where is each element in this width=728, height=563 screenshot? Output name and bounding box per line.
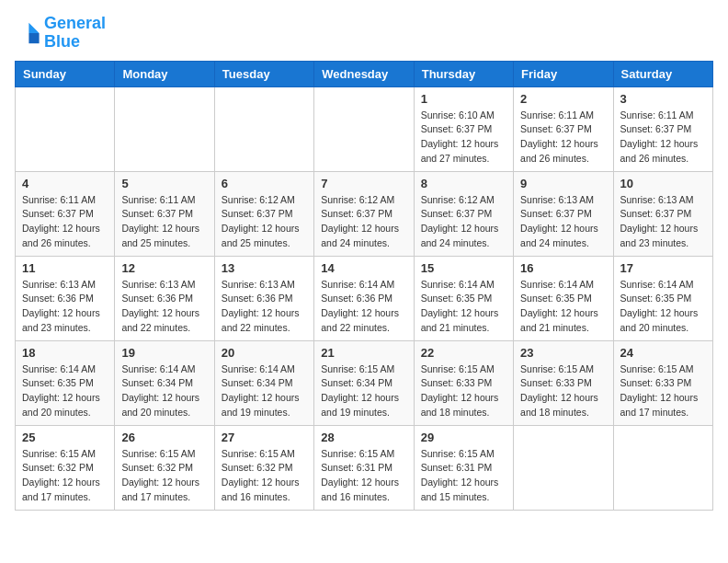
day-number: 15: [421, 261, 506, 275]
calendar-header-saturday: Saturday: [613, 61, 712, 86]
day-number: 4: [22, 177, 108, 190]
calendar-table: SundayMondayTuesdayWednesdayThursdayFrid…: [15, 61, 713, 511]
day-number: 13: [222, 261, 307, 275]
day-info: Sunrise: 6:14 AM Sunset: 6:36 PM Dayligh…: [321, 278, 406, 336]
calendar-cell: 29Sunrise: 6:15 AM Sunset: 6:31 PM Dayli…: [414, 425, 513, 510]
day-number: 25: [22, 431, 108, 444]
calendar-cell: 11Sunrise: 6:13 AM Sunset: 6:36 PM Dayli…: [16, 256, 115, 340]
day-info: Sunrise: 6:15 AM Sunset: 6:31 PM Dayligh…: [421, 447, 506, 505]
calendar-week-3: 11Sunrise: 6:13 AM Sunset: 6:36 PM Dayli…: [16, 256, 713, 340]
day-info: Sunrise: 6:13 AM Sunset: 6:36 PM Dayligh…: [22, 278, 108, 336]
day-number: 14: [321, 261, 406, 275]
day-number: 28: [321, 431, 406, 444]
calendar-header-friday: Friday: [514, 61, 613, 86]
logo-text: General Blue: [44, 15, 106, 52]
day-info: Sunrise: 6:14 AM Sunset: 6:35 PM Dayligh…: [22, 362, 108, 420]
logo: General Blue: [15, 15, 106, 52]
calendar-cell: 21Sunrise: 6:15 AM Sunset: 6:34 PM Dayli…: [314, 340, 414, 425]
day-number: 19: [121, 346, 207, 360]
calendar-cell: 16Sunrise: 6:14 AM Sunset: 6:35 PM Dayli…: [514, 256, 613, 340]
logo-icon: [15, 20, 40, 46]
calendar-cell: 20Sunrise: 6:14 AM Sunset: 6:34 PM Dayli…: [214, 340, 313, 425]
calendar-cell: 26Sunrise: 6:15 AM Sunset: 6:32 PM Dayli…: [115, 425, 214, 510]
calendar-cell: 22Sunrise: 6:15 AM Sunset: 6:33 PM Dayli…: [414, 340, 513, 425]
day-info: Sunrise: 6:10 AM Sunset: 6:37 PM Dayligh…: [421, 109, 506, 167]
calendar-cell: 24Sunrise: 6:15 AM Sunset: 6:33 PM Dayli…: [613, 340, 712, 425]
calendar-cell: 2Sunrise: 6:11 AM Sunset: 6:37 PM Daylig…: [514, 86, 613, 171]
calendar-cell: [115, 86, 214, 171]
calendar-cell: 6Sunrise: 6:12 AM Sunset: 6:37 PM Daylig…: [214, 171, 313, 256]
calendar-cell: [613, 425, 712, 510]
day-info: Sunrise: 6:14 AM Sunset: 6:35 PM Dayligh…: [620, 278, 706, 336]
calendar-cell: 27Sunrise: 6:15 AM Sunset: 6:32 PM Dayli…: [214, 425, 313, 510]
calendar-week-4: 18Sunrise: 6:14 AM Sunset: 6:35 PM Dayli…: [16, 340, 713, 425]
day-info: Sunrise: 6:14 AM Sunset: 6:34 PM Dayligh…: [121, 362, 207, 420]
svg-marker-0: [28, 23, 39, 33]
day-info: Sunrise: 6:15 AM Sunset: 6:33 PM Dayligh…: [520, 362, 606, 420]
day-info: Sunrise: 6:11 AM Sunset: 6:37 PM Dayligh…: [520, 109, 606, 167]
calendar-week-5: 25Sunrise: 6:15 AM Sunset: 6:32 PM Dayli…: [16, 425, 713, 510]
calendar-cell: 19Sunrise: 6:14 AM Sunset: 6:34 PM Dayli…: [115, 340, 214, 425]
day-info: Sunrise: 6:14 AM Sunset: 6:35 PM Dayligh…: [421, 278, 506, 336]
calendar-week-2: 4Sunrise: 6:11 AM Sunset: 6:37 PM Daylig…: [16, 171, 713, 256]
day-info: Sunrise: 6:13 AM Sunset: 6:37 PM Dayligh…: [520, 193, 606, 251]
calendar-header-sunday: Sunday: [16, 61, 115, 86]
calendar-header-row: SundayMondayTuesdayWednesdayThursdayFrid…: [16, 61, 713, 86]
calendar-cell: [314, 86, 414, 171]
day-info: Sunrise: 6:15 AM Sunset: 6:33 PM Dayligh…: [620, 362, 706, 420]
day-number: 6: [222, 177, 307, 190]
calendar-cell: [514, 425, 613, 510]
day-info: Sunrise: 6:13 AM Sunset: 6:37 PM Dayligh…: [620, 193, 706, 251]
calendar-cell: 18Sunrise: 6:14 AM Sunset: 6:35 PM Dayli…: [16, 340, 115, 425]
calendar-cell: 3Sunrise: 6:11 AM Sunset: 6:37 PM Daylig…: [613, 86, 712, 171]
day-number: 27: [222, 431, 307, 444]
day-info: Sunrise: 6:15 AM Sunset: 6:32 PM Dayligh…: [222, 447, 307, 505]
calendar-cell: 17Sunrise: 6:14 AM Sunset: 6:35 PM Dayli…: [613, 256, 712, 340]
day-number: 23: [520, 346, 606, 360]
day-info: Sunrise: 6:12 AM Sunset: 6:37 PM Dayligh…: [321, 193, 406, 251]
svg-marker-1: [28, 33, 39, 43]
day-number: 20: [222, 346, 307, 360]
calendar-cell: 4Sunrise: 6:11 AM Sunset: 6:37 PM Daylig…: [16, 171, 115, 256]
day-number: 12: [121, 261, 207, 275]
calendar-cell: 8Sunrise: 6:12 AM Sunset: 6:37 PM Daylig…: [414, 171, 513, 256]
day-info: Sunrise: 6:11 AM Sunset: 6:37 PM Dayligh…: [121, 193, 207, 251]
calendar-header-monday: Monday: [115, 61, 214, 86]
day-info: Sunrise: 6:15 AM Sunset: 6:33 PM Dayligh…: [421, 362, 506, 420]
day-number: 21: [321, 346, 406, 360]
day-info: Sunrise: 6:15 AM Sunset: 6:32 PM Dayligh…: [22, 447, 108, 505]
page-header: General Blue: [15, 15, 713, 52]
day-number: 9: [520, 177, 606, 190]
day-number: 29: [421, 431, 506, 444]
calendar-cell: 7Sunrise: 6:12 AM Sunset: 6:37 PM Daylig…: [314, 171, 414, 256]
day-number: 1: [421, 92, 506, 106]
calendar-cell: 9Sunrise: 6:13 AM Sunset: 6:37 PM Daylig…: [514, 171, 613, 256]
day-number: 10: [620, 177, 706, 190]
day-info: Sunrise: 6:12 AM Sunset: 6:37 PM Dayligh…: [421, 193, 506, 251]
calendar-cell: 23Sunrise: 6:15 AM Sunset: 6:33 PM Dayli…: [514, 340, 613, 425]
calendar-cell: [214, 86, 313, 171]
day-info: Sunrise: 6:11 AM Sunset: 6:37 PM Dayligh…: [620, 109, 706, 167]
day-number: 26: [121, 431, 207, 444]
day-info: Sunrise: 6:13 AM Sunset: 6:36 PM Dayligh…: [222, 278, 307, 336]
calendar-cell: 13Sunrise: 6:13 AM Sunset: 6:36 PM Dayli…: [214, 256, 313, 340]
day-number: 22: [421, 346, 506, 360]
calendar-cell: 12Sunrise: 6:13 AM Sunset: 6:36 PM Dayli…: [115, 256, 214, 340]
day-info: Sunrise: 6:15 AM Sunset: 6:31 PM Dayligh…: [321, 447, 406, 505]
day-number: 18: [22, 346, 108, 360]
day-info: Sunrise: 6:12 AM Sunset: 6:37 PM Dayligh…: [222, 193, 307, 251]
day-info: Sunrise: 6:15 AM Sunset: 6:34 PM Dayligh…: [321, 362, 406, 420]
calendar-header-thursday: Thursday: [414, 61, 513, 86]
calendar-cell: 5Sunrise: 6:11 AM Sunset: 6:37 PM Daylig…: [115, 171, 214, 256]
calendar-cell: 25Sunrise: 6:15 AM Sunset: 6:32 PM Dayli…: [16, 425, 115, 510]
day-info: Sunrise: 6:14 AM Sunset: 6:34 PM Dayligh…: [222, 362, 307, 420]
calendar-cell: 10Sunrise: 6:13 AM Sunset: 6:37 PM Dayli…: [613, 171, 712, 256]
calendar-cell: 14Sunrise: 6:14 AM Sunset: 6:36 PM Dayli…: [314, 256, 414, 340]
day-number: 16: [520, 261, 606, 275]
day-info: Sunrise: 6:14 AM Sunset: 6:35 PM Dayligh…: [520, 278, 606, 336]
day-number: 7: [321, 177, 406, 190]
day-number: 5: [121, 177, 207, 190]
calendar-header-tuesday: Tuesday: [214, 61, 313, 86]
day-number: 8: [421, 177, 506, 190]
day-info: Sunrise: 6:15 AM Sunset: 6:32 PM Dayligh…: [121, 447, 207, 505]
